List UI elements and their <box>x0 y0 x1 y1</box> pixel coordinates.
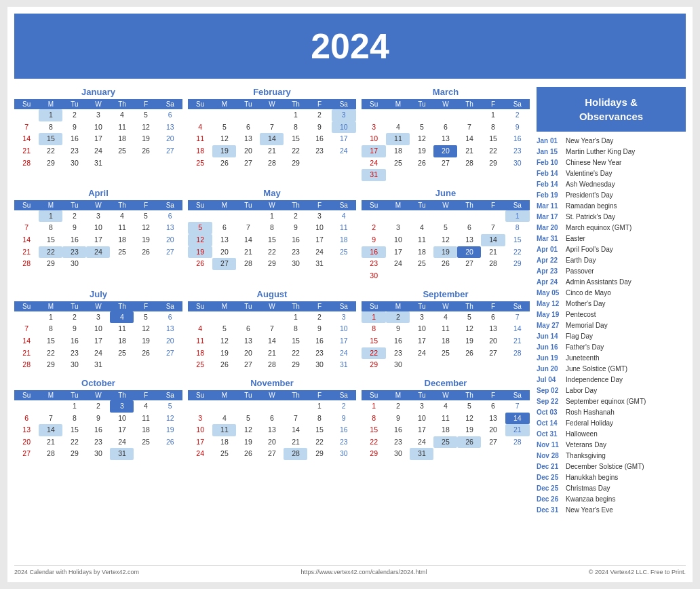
day-header-tu: Tu <box>236 390 260 400</box>
holiday-item: Dec 31New Year's Eve <box>537 505 686 515</box>
day-cell: 15 <box>284 335 307 347</box>
week-row: 1234567 <box>362 400 530 413</box>
day-header-sa: Sa <box>332 301 357 311</box>
day-header-sa: Sa <box>332 200 357 210</box>
day-cell: 3 <box>86 109 110 121</box>
month-title-september: September <box>362 289 530 299</box>
day-cell: 29 <box>307 448 331 460</box>
day-header-f: F <box>481 390 505 400</box>
day-cell: 18 <box>433 335 457 347</box>
holiday-item: May 05Cinco de Mayo <box>537 288 686 298</box>
day-cell: 6 <box>158 109 183 121</box>
day-header-m: M <box>386 200 410 210</box>
day-cell: 1 <box>260 210 284 223</box>
day-cell: 2 <box>332 400 357 413</box>
day-cell: 21 <box>457 145 481 157</box>
week-row: 891011121314 <box>362 413 530 425</box>
month-table-may: SuMTuWThFSa12345678910111213141516171819… <box>188 200 356 270</box>
day-cell <box>362 109 386 121</box>
day-cell: 4 <box>212 413 236 425</box>
day-header-f: F <box>481 200 505 210</box>
day-cell: 17 <box>410 424 433 436</box>
day-cell: 6 <box>260 413 284 425</box>
day-header-w: W <box>86 390 110 400</box>
day-cell: 10 <box>86 323 110 335</box>
day-cell: 7 <box>284 413 307 425</box>
day-cell <box>260 109 284 121</box>
day-cell <box>236 109 260 121</box>
day-cell: 15 <box>505 234 530 246</box>
day-cell: 18 <box>212 436 236 449</box>
day-cell: 24 <box>386 258 410 270</box>
month-june: JuneSuMTuWThFSa1234567891011121314151617… <box>362 188 530 282</box>
month-october: OctoberSuMTuWThFSa1234567891011121314151… <box>14 378 182 460</box>
holiday-item: Jul 04Independence Day <box>537 375 686 385</box>
week-row: 2728293031 <box>14 448 182 460</box>
day-header-m: M <box>39 99 62 109</box>
holiday-name: March equinox (GMT) <box>566 223 631 233</box>
month-title-december: December <box>362 378 530 388</box>
holiday-name: September equinox (GMT) <box>566 396 646 406</box>
day-cell: 3 <box>110 400 134 413</box>
month-title-may: May <box>188 188 356 198</box>
holiday-date: Jul 04 <box>537 375 562 385</box>
day-header-su: Su <box>14 390 39 400</box>
day-cell: 13 <box>481 323 505 335</box>
day-cell: 25 <box>188 359 212 371</box>
day-cell: 10 <box>332 121 357 134</box>
holiday-name: New Year's Day <box>566 136 613 146</box>
week-row: 3456789 <box>362 121 530 134</box>
day-cell: 5 <box>410 121 433 134</box>
day-cell: 24 <box>332 347 357 360</box>
week-row: 78910111213 <box>14 121 182 134</box>
day-cell: 9 <box>362 234 386 246</box>
holiday-name: Juneteenth <box>566 353 600 363</box>
day-cell: 25 <box>110 246 134 259</box>
day-cell: 23 <box>386 436 410 449</box>
holiday-date: Jun 14 <box>537 331 562 341</box>
holiday-date: Nov 11 <box>537 440 562 450</box>
week-row: 123 <box>188 109 356 121</box>
holiday-item: Mar 11Ramadan begins <box>537 201 686 211</box>
day-cell <box>236 210 260 223</box>
day-cell <box>110 359 134 371</box>
day-cell: 26 <box>134 347 157 360</box>
day-cell: 19 <box>410 145 433 157</box>
main-content: JanuarySuMTuWThFSa1234567891011121314151… <box>14 87 686 560</box>
holiday-date: Nov 28 <box>537 451 562 461</box>
day-cell: 13 <box>158 323 183 335</box>
day-cell: 18 <box>110 335 134 347</box>
day-cell: 1 <box>362 311 386 324</box>
holiday-item: Nov 11Veterans Day <box>537 440 686 450</box>
week-row: 891011121314 <box>362 323 530 335</box>
day-cell: 21 <box>14 145 39 157</box>
day-cell: 27 <box>433 157 457 170</box>
day-cell <box>433 169 457 181</box>
holiday-name: Ramadan begins <box>566 201 617 211</box>
day-cell: 20 <box>236 145 260 157</box>
holiday-date: May 19 <box>537 309 562 320</box>
day-cell: 26 <box>158 436 183 449</box>
day-cell: 12 <box>134 222 157 234</box>
day-cell: 29 <box>481 157 505 170</box>
holiday-date: May 12 <box>537 299 562 309</box>
day-cell: 2 <box>386 311 410 324</box>
day-cell: 10 <box>188 424 212 436</box>
day-cell: 22 <box>505 246 530 259</box>
day-cell: 21 <box>236 246 260 259</box>
day-cell: 4 <box>110 109 134 121</box>
day-cell: 9 <box>307 323 331 335</box>
day-header-f: F <box>481 301 505 311</box>
day-cell: 26 <box>457 436 481 449</box>
day-cell: 23 <box>307 347 331 360</box>
holiday-name: Halloween <box>566 429 598 439</box>
week-row: 123456 <box>14 311 182 324</box>
day-header-m: M <box>39 301 62 311</box>
day-cell: 16 <box>284 234 307 246</box>
day-cell: 6 <box>433 121 457 134</box>
day-header-th: Th <box>457 200 481 210</box>
day-cell: 28 <box>260 157 284 170</box>
day-cell: 5 <box>134 109 157 121</box>
holidays-header: Holidays &Observances <box>537 87 686 132</box>
month-title-april: April <box>14 188 182 198</box>
